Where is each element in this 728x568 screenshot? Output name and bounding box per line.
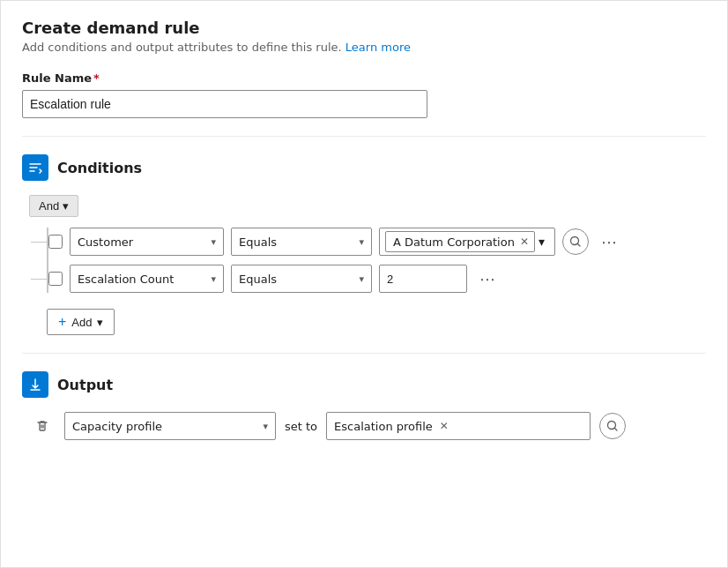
add-condition-button[interactable]: + Add ▾ xyxy=(47,309,115,335)
output-icon xyxy=(22,371,48,398)
plus-icon: + xyxy=(58,314,66,330)
chevron-down-icon: ▾ xyxy=(211,273,216,285)
chevron-down-icon: ▾ xyxy=(359,273,364,285)
chevron-down-icon: ▾ xyxy=(263,421,268,432)
condition-row: Escalation Count ▾ Equals ▾ ⋯ xyxy=(48,265,706,293)
chevron-down-icon: ▾ xyxy=(211,236,216,248)
output-row: Capacity profile ▾ set to Escalation pro… xyxy=(22,412,706,440)
output-value-field[interactable]: Escalation profile ✕ xyxy=(326,412,591,440)
output-section-header: Output xyxy=(22,371,706,398)
customer-search-button[interactable] xyxy=(562,228,589,255)
required-indicator: * xyxy=(93,71,100,85)
output-title: Output xyxy=(57,377,113,393)
output-tag-close-icon[interactable]: ✕ xyxy=(438,418,450,434)
customer-more-options-button[interactable]: ⋯ xyxy=(596,233,624,251)
chevron-down-icon: ▾ xyxy=(539,235,545,249)
output-search-button[interactable] xyxy=(599,413,626,439)
section-divider-2 xyxy=(22,353,706,354)
section-divider-1 xyxy=(22,136,706,137)
chevron-down-icon: ▾ xyxy=(359,236,364,248)
page-subtitle-text: Add conditions and output attributes to … xyxy=(22,41,342,54)
add-chevron-icon: ▾ xyxy=(97,316,103,329)
output-section: Output Capacity profile ▾ set to Escalat… xyxy=(22,371,706,440)
conditions-area: And ▾ Customer ▾ Equals ▾ A Datum Corpor… xyxy=(22,195,706,335)
customer-value-tag: A Datum Corporation ✕ xyxy=(385,231,535,252)
conditions-tree: Customer ▾ Equals ▾ A Datum Corporation … xyxy=(47,228,706,293)
output-delete-button[interactable] xyxy=(29,413,56,439)
escalation-value-input[interactable] xyxy=(379,265,467,293)
condition-row: Customer ▾ Equals ▾ A Datum Corporation … xyxy=(48,228,706,256)
page-title: Create demand rule xyxy=(22,19,706,37)
conditions-title: Conditions xyxy=(57,160,142,176)
learn-more-link[interactable]: Learn more xyxy=(345,41,411,54)
and-chevron-icon: ▾ xyxy=(63,199,69,213)
conditions-icon xyxy=(22,154,48,181)
output-value-tag: Escalation profile ✕ xyxy=(334,418,450,434)
condition-checkbox-2[interactable] xyxy=(48,272,63,286)
and-button[interactable]: And ▾ xyxy=(29,195,78,217)
escalation-field-select[interactable]: Escalation Count ▾ xyxy=(70,265,224,293)
conditions-section-header: Conditions xyxy=(22,154,706,181)
customer-value-field[interactable]: A Datum Corporation ✕ ▾ xyxy=(379,228,555,256)
customer-operator-select[interactable]: Equals ▾ xyxy=(231,228,372,256)
set-to-label: set to xyxy=(285,420,317,433)
rule-name-input[interactable] xyxy=(22,90,427,118)
customer-tag-close-icon[interactable]: ✕ xyxy=(518,234,531,250)
escalation-operator-select[interactable]: Equals ▾ xyxy=(231,265,372,293)
rule-name-label: Rule Name xyxy=(22,71,92,85)
output-field-select[interactable]: Capacity profile ▾ xyxy=(64,412,276,440)
condition-checkbox-1[interactable] xyxy=(48,235,63,249)
escalation-more-options-button[interactable]: ⋯ xyxy=(474,270,502,288)
customer-field-select[interactable]: Customer ▾ xyxy=(70,228,224,256)
